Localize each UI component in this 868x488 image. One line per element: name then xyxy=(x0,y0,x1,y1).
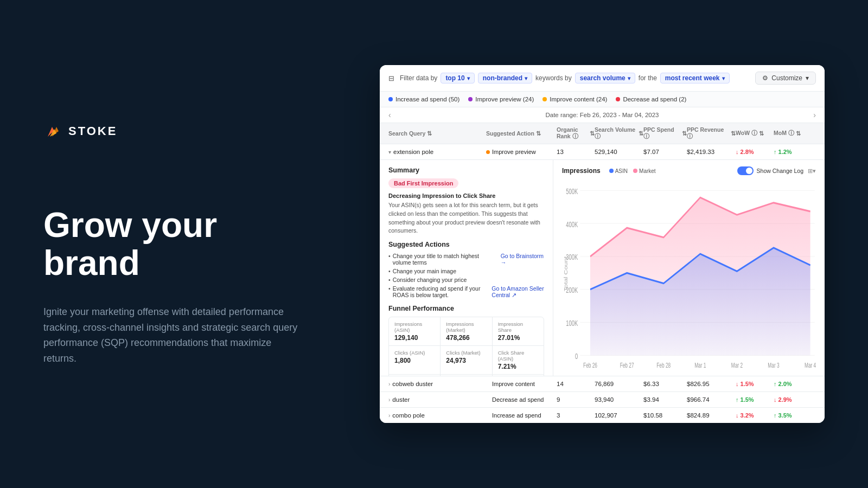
filter-bar: ⊟ Filter data by top 10 ▾ non-branded ▾ … xyxy=(380,65,825,92)
action-dot-combo xyxy=(486,414,490,418)
suggested-title: Suggested Actions xyxy=(388,241,544,248)
th-query[interactable]: Search Query ⇅ xyxy=(388,126,486,140)
tag-dot-red xyxy=(616,97,620,101)
row-extension-pole[interactable]: ▾ extension pole Improve preview 13 529,… xyxy=(380,144,825,160)
chart-title: Impressions xyxy=(562,167,601,175)
funnel-impressions-asin: Impressions (ASIN) 129,140 xyxy=(389,317,440,345)
chart-svg: 500K 400K 300K 200K 100K 0 xyxy=(562,178,816,369)
chart-header: Impressions ASIN Market Show Change Log xyxy=(562,166,816,175)
wow-cell: ↓ 2.8% xyxy=(736,149,774,155)
volume-cobweb: 76,869 xyxy=(595,381,643,387)
tag-increase-ad-spend[interactable]: Increase ad spend (50) xyxy=(388,96,459,102)
tag-dot-yellow xyxy=(542,97,547,101)
spend-cobweb: $6.33 xyxy=(643,381,687,387)
legend-asin: ASIN xyxy=(609,168,628,174)
bottom-rows: › cobweb duster Improve content 14 76,86… xyxy=(380,376,825,423)
spend-combo: $10.58 xyxy=(643,412,687,419)
funnel-impression-share: Impression Share 27.01% xyxy=(493,317,544,345)
filter-icon: ⊟ xyxy=(388,74,394,82)
action-combo: Increase ad spend xyxy=(486,412,557,419)
recentweek-arrow: ▾ xyxy=(722,75,725,81)
logo-text: STOKE xyxy=(68,124,117,138)
th-volume[interactable]: Search Volume ⓘ ⇅ xyxy=(595,126,643,140)
row-combo-pole[interactable]: › combo pole Increase ad spend 3 102,907… xyxy=(380,408,825,423)
rev-cobweb: $826.95 xyxy=(687,381,736,387)
th-mom[interactable]: MoM ⓘ ⇅ xyxy=(774,126,812,140)
action-duster: Decrease ad spend xyxy=(486,396,557,403)
customize-icon: ⚙ xyxy=(762,74,768,82)
chart-area: 500K 400K 300K 200K 100K 0 xyxy=(562,178,816,369)
expanded-content: Summary Bad First Impression Decreasing … xyxy=(380,160,825,376)
organic-duster: 9 xyxy=(557,396,595,403)
action-dot-duster xyxy=(486,398,490,402)
toggle-pill[interactable] xyxy=(737,166,754,175)
row-duster[interactable]: › duster Decrease ad spend 9 93,940 $3.9… xyxy=(380,392,825,408)
th-ppc-spend[interactable]: PPC Spend ⓘ ⇅ xyxy=(643,126,687,140)
th-action[interactable]: Suggested Action ⇅ xyxy=(486,126,557,140)
row-chevron: ▾ xyxy=(388,149,391,155)
svg-text:Mar 2: Mar 2 xyxy=(731,361,743,369)
filter-label-4: for the xyxy=(639,74,657,82)
brainstorm-link[interactable]: Go to Brainstorm → xyxy=(501,253,544,266)
svg-text:Mar 3: Mar 3 xyxy=(768,361,779,369)
expanded-row: ▾ extension pole Improve preview 13 529,… xyxy=(380,144,825,376)
top10-arrow: ▾ xyxy=(467,75,470,81)
search-volume-cell: 529,140 xyxy=(595,149,643,155)
tag-label-3: Improve content (24) xyxy=(550,96,607,102)
query-cobweb: › cobweb duster xyxy=(388,381,486,387)
wow-cobweb: ↓ 1.5% xyxy=(736,381,774,387)
filter-searchvolume[interactable]: search volume ▾ xyxy=(575,73,635,84)
action-dot-cobweb xyxy=(486,382,490,386)
funnel-clicks-asin: Clicks (ASIN) 1,800 xyxy=(389,346,440,374)
filter-recent-week[interactable]: most recent week ▾ xyxy=(660,73,730,84)
suggested-item-2: Change your main image xyxy=(388,268,544,274)
ppc-revenue-cell: $2,419.33 xyxy=(687,149,736,155)
rev-combo: $824.89 xyxy=(687,412,736,419)
filter-label-1: Filter data by xyxy=(400,74,437,82)
amazon-seller-link[interactable]: Go to Amazon Seller Central ↗ xyxy=(492,285,544,298)
mom-cell: ↑ 1.2% xyxy=(774,149,812,155)
organic-cobweb: 14 xyxy=(557,381,595,387)
filter-nonbranded[interactable]: non-branded ▾ xyxy=(478,73,532,84)
suggested-list: Change your title to match highest volum… xyxy=(388,253,544,298)
logo: STOKE xyxy=(43,121,315,141)
rev-duster: $966.74 xyxy=(687,396,736,403)
right-panel: ⊟ Filter data by top 10 ▾ non-branded ▾ … xyxy=(358,54,868,434)
suggested-item-1: Change your title to match highest volum… xyxy=(388,253,544,266)
suggested-actions: Suggested Actions Change your title to m… xyxy=(388,241,544,298)
svg-text:Feb 26: Feb 26 xyxy=(583,361,597,369)
legend-market: Market xyxy=(633,168,656,174)
th-wow[interactable]: WoW ⓘ ⇅ xyxy=(736,126,774,140)
tag-label-4: Decrease ad spend (2) xyxy=(623,96,686,102)
svg-text:Mar 1: Mar 1 xyxy=(694,361,706,369)
row-cobweb-duster[interactable]: › cobweb duster Improve content 14 76,86… xyxy=(380,376,825,392)
query-cell: ▾ extension pole xyxy=(388,149,486,155)
tag-decrease-ad-spend[interactable]: Decrease ad spend (2) xyxy=(616,96,686,102)
query-combo: › combo pole xyxy=(388,412,486,419)
customize-button[interactable]: ⚙ Customize ▾ xyxy=(755,72,816,85)
show-log-toggle[interactable]: Show Change Log xyxy=(737,166,803,175)
funnel-clicks-market: Clicks (Market) 24,973 xyxy=(441,346,492,374)
filter-top10[interactable]: top 10 ▾ xyxy=(441,73,474,84)
next-arrow[interactable]: › xyxy=(813,111,816,119)
mom-combo: ↑ 3.5% xyxy=(774,412,812,419)
headline: Grow your brand xyxy=(43,206,315,282)
th-organic[interactable]: Organic Rank ⓘ ⇅ xyxy=(557,126,595,140)
funnel-impressions-market: Impressions (Market) 478,266 xyxy=(441,317,492,345)
tag-improve-preview[interactable]: Improve preview (24) xyxy=(468,96,534,102)
tag-label-2: Improve preview (24) xyxy=(475,96,534,102)
customize-arrow: ▾ xyxy=(806,74,809,82)
chevron-duster: › xyxy=(388,397,390,403)
dashboard: ⊟ Filter data by top 10 ▾ non-branded ▾ … xyxy=(380,65,825,423)
table-nav: ‹ Date range: Feb 26, 2023 - Mar 04, 202… xyxy=(380,107,825,123)
suggested-item-4: Evaluate reducing ad spend if your ROAS … xyxy=(388,285,544,298)
volume-combo: 102,907 xyxy=(595,412,643,419)
bad-badge: Bad First Impression xyxy=(388,178,458,188)
wow-combo: ↓ 3.2% xyxy=(736,412,774,419)
svg-text:500K: 500K xyxy=(566,187,578,196)
table-header: Search Query ⇅ Suggested Action ⇅ Organi… xyxy=(380,123,825,144)
svg-text:0: 0 xyxy=(575,352,578,361)
chart-options[interactable]: ⊞▾ xyxy=(808,168,816,175)
tag-improve-content[interactable]: Improve content (24) xyxy=(542,96,607,102)
th-ppc-rev[interactable]: PPC Revenue ⓘ ⇅ xyxy=(687,126,736,140)
